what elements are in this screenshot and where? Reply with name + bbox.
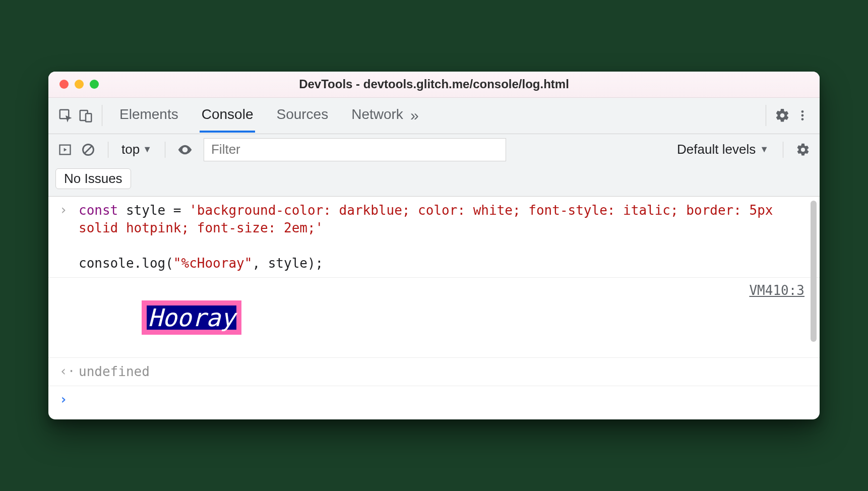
prompt-gutter-icon: ›	[59, 391, 79, 408]
context-label: top	[121, 142, 140, 157]
console-toolbar: top ▼ Default levels ▼	[48, 134, 820, 165]
kebab-menu-icon[interactable]	[792, 105, 813, 126]
dropdown-triangle-icon: ▼	[143, 144, 152, 155]
inspect-element-icon[interactable]	[55, 105, 76, 126]
console-output: › const style = 'background-color: darkb…	[48, 197, 820, 419]
window-controls	[59, 80, 99, 89]
code-content[interactable]: const style = 'background-color: darkblu…	[79, 202, 804, 272]
input-gutter-icon: ›	[59, 202, 79, 272]
scrollbar[interactable]	[811, 201, 817, 342]
tab-sources[interactable]: Sources	[274, 98, 330, 133]
issues-pill[interactable]: No Issues	[55, 168, 131, 189]
divider	[766, 105, 766, 126]
console-return-entry: ‹· undefined	[48, 358, 820, 386]
device-toggle-icon[interactable]	[76, 105, 96, 126]
source-link[interactable]: VM410:3	[739, 283, 804, 352]
divider	[165, 142, 165, 158]
return-value: undefined	[79, 363, 804, 381]
code-text: , style);	[252, 256, 323, 271]
keyword: const	[79, 203, 118, 218]
divider	[783, 142, 783, 158]
styled-log-output: Hooray	[142, 300, 241, 335]
titlebar: DevTools - devtools.glitch.me/console/lo…	[48, 72, 820, 98]
console-input-entry: › const style = 'background-color: darkb…	[48, 197, 820, 278]
issues-row: No Issues	[48, 165, 820, 197]
dropdown-triangle-icon: ▼	[760, 144, 769, 155]
close-window-button[interactable]	[59, 80, 69, 89]
panel-tabs: Elements Console Sources Network	[117, 98, 405, 133]
console-log-entry: Hooray VM410:3	[48, 278, 820, 358]
window-title: DevTools - devtools.glitch.me/console/lo…	[48, 77, 820, 91]
gutter	[59, 283, 79, 352]
tab-elements[interactable]: Elements	[117, 98, 180, 133]
toggle-sidebar-icon[interactable]	[55, 140, 75, 159]
settings-gear-icon[interactable]	[772, 105, 792, 126]
more-tabs-icon[interactable]: »	[405, 107, 424, 124]
svg-line-8	[85, 146, 92, 153]
main-tabbar: Elements Console Sources Network »	[48, 98, 820, 134]
devtools-window: DevTools - devtools.glitch.me/console/lo…	[48, 72, 820, 419]
tab-console[interactable]: Console	[200, 98, 256, 133]
divider	[102, 105, 102, 126]
svg-point-5	[801, 118, 804, 120]
console-prompt-row[interactable]: ›	[48, 386, 820, 419]
string-literal: "%cHooray"	[173, 256, 253, 271]
console-settings-gear-icon[interactable]	[793, 140, 813, 159]
code-text: console.log(	[79, 256, 173, 271]
context-selector[interactable]: top ▼	[118, 142, 155, 157]
minimize-window-button[interactable]	[75, 80, 84, 89]
maximize-window-button[interactable]	[90, 80, 99, 89]
svg-rect-2	[86, 114, 91, 122]
filter-input[interactable]	[204, 138, 506, 161]
tab-network[interactable]: Network	[349, 98, 405, 133]
divider	[108, 142, 108, 158]
code-text: style =	[118, 203, 189, 218]
return-gutter-icon: ‹·	[59, 363, 79, 381]
svg-point-3	[801, 110, 804, 113]
live-expression-icon[interactable]	[175, 140, 195, 159]
levels-label: Default levels	[677, 142, 756, 157]
svg-point-4	[801, 114, 804, 117]
log-content: Hooray	[79, 283, 739, 352]
clear-console-icon[interactable]	[79, 140, 98, 159]
log-levels-selector[interactable]: Default levels ▼	[677, 142, 773, 157]
